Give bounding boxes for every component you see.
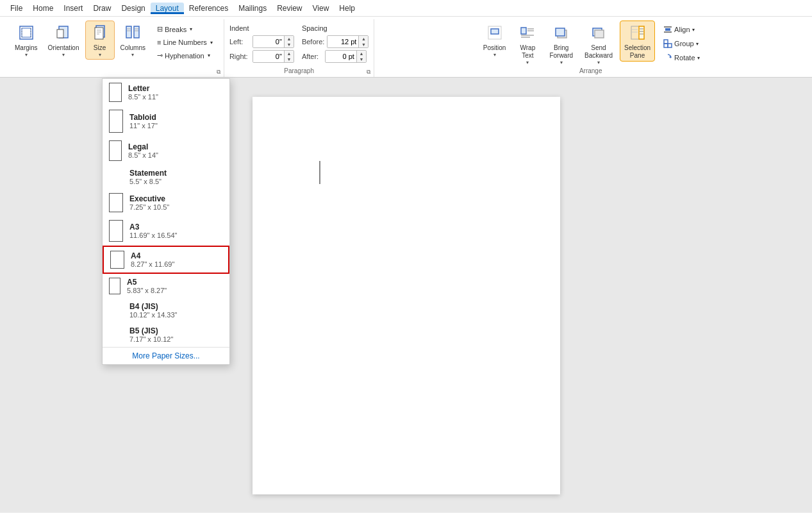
ribbon: Margins ▾ Orientation ▾ [0, 17, 812, 78]
menu-insert[interactable]: Insert [58, 3, 88, 14]
rotate-button[interactable]: Rotate ▾ [660, 51, 702, 64]
send-backward-label: SendBackward [584, 44, 613, 60]
page-setup-expand[interactable]: ⧉ [215, 68, 222, 76]
paragraph-expand[interactable]: ⧉ [365, 68, 372, 76]
selection-pane-button[interactable]: SelectionPane [620, 21, 655, 62]
b4jis-dims: 10.12" x 14.33" [129, 311, 177, 319]
size-statement[interactable]: Statement 5.5" x 8.5" [103, 165, 229, 189]
spacing-after-down[interactable]: ▼ [357, 56, 366, 62]
a3-icon [109, 220, 123, 242]
menu-mailings[interactable]: Mailings [233, 3, 272, 14]
page-setup-group: Margins ▾ Orientation ▾ [5, 19, 224, 77]
letter-dims: 8.5" x 11" [128, 93, 158, 101]
wrap-text-label: WrapText [520, 44, 536, 60]
spacing-after-field[interactable]: ▲ ▼ [325, 50, 367, 63]
a3-name: A3 [129, 223, 177, 231]
size-a3[interactable]: A3 11.69" x 16.54" [103, 216, 229, 246]
line-numbers-arrow: ▾ [210, 40, 213, 46]
spacing-before-field[interactable]: ▲ ▼ [327, 35, 369, 48]
breaks-button[interactable]: ⊟ Breaks ▾ [154, 23, 216, 35]
size-b4jis[interactable]: B4 (JIS) 10.12" x 14.33" [103, 298, 229, 323]
columns-button[interactable]: Columns ▾ [116, 21, 150, 60]
size-legal[interactable]: Legal 8.5" x 14" [103, 137, 229, 165]
spacing-label: Spacing [302, 24, 369, 32]
indent-right-down[interactable]: ▼ [285, 56, 294, 62]
a4-icon [110, 251, 124, 269]
indent-left-field[interactable]: ▲ ▼ [253, 35, 294, 48]
more-paper-sizes[interactable]: More Paper Sizes... [103, 347, 229, 364]
b5jis-dims: 7.17" x 10.12" [129, 335, 173, 343]
spacing-after-input[interactable] [326, 51, 356, 62]
size-letter[interactable]: Letter 8.5" x 11" [103, 79, 229, 106]
size-a5[interactable]: A5 5.83" x 8.27" [103, 274, 229, 298]
menubar: File Home Insert Draw Design Layout Refe… [0, 0, 812, 17]
menu-draw[interactable]: Draw [88, 3, 116, 14]
orientation-label: Orientation [48, 44, 79, 52]
bring-forward-arrow: ▾ [560, 60, 563, 65]
menu-file[interactable]: File [5, 3, 28, 14]
breaks-arrow: ▾ [190, 26, 192, 32]
arrange-group: Position ▾ WrapText [374, 19, 807, 77]
margins-button[interactable]: Margins ▾ [10, 21, 42, 60]
size-a4[interactable]: A4 8.27" x 11.69" [103, 246, 229, 274]
size-button[interactable]: Size ▾ [85, 21, 115, 60]
bring-forward-button[interactable]: BringForward ▾ [545, 21, 577, 67]
menu-layout[interactable]: Layout [151, 3, 184, 14]
align-button[interactable]: Align ▾ [660, 23, 702, 36]
spacing-after-label: After: [302, 53, 322, 60]
svg-rect-38 [664, 40, 668, 44]
group-button[interactable]: Group ▾ [660, 37, 702, 50]
hyphenation-arrow: ▾ [208, 53, 210, 58]
menu-view[interactable]: View [308, 3, 335, 14]
indent-right-up[interactable]: ▲ [285, 51, 294, 56]
svg-rect-7 [95, 28, 103, 39]
menu-help[interactable]: Help [334, 3, 360, 14]
svg-rect-19 [521, 28, 526, 34]
orientation-button[interactable]: Orientation ▾ [44, 21, 84, 60]
svg-rect-18 [491, 29, 499, 34]
margins-label: Margins [15, 44, 38, 52]
menu-references[interactable]: References [184, 3, 233, 14]
selection-pane-label: SelectionPane [624, 44, 650, 60]
align-icon [663, 25, 672, 34]
statement-name: Statement [129, 169, 167, 178]
menu-home[interactable]: Home [28, 3, 58, 14]
size-tabloid[interactable]: Tabloid 11" x 17" [103, 106, 229, 137]
hyphenation-button[interactable]: ⊸ Hyphenation ▾ [154, 49, 216, 62]
svg-rect-39 [668, 44, 672, 47]
paragraph-group-label: Paragraph [229, 67, 369, 76]
size-dropdown: Letter 8.5" x 11" Tabloid 11" x 17" Lega… [102, 78, 230, 365]
indent-left-input[interactable] [253, 36, 284, 47]
columns-icon [122, 22, 143, 43]
indent-label: Indent [229, 24, 294, 32]
bring-forward-icon [551, 22, 572, 43]
menu-design[interactable]: Design [116, 3, 150, 14]
margins-icon [16, 22, 37, 43]
spacing-before-down[interactable]: ▼ [359, 42, 368, 47]
wrap-text-arrow: ▾ [526, 60, 529, 65]
spacing-before-up[interactable]: ▲ [359, 36, 368, 42]
spacing-before-input[interactable] [327, 36, 358, 47]
line-numbers-button[interactable]: ≡ Line Numbers ▾ [154, 37, 216, 48]
indent-left-up[interactable]: ▲ [285, 36, 294, 42]
size-b5jis[interactable]: B5 (JIS) 7.17" x 10.12" [103, 323, 229, 347]
size-label: Size [94, 44, 106, 52]
position-button[interactable]: Position ▾ [479, 21, 511, 60]
a5-icon [109, 278, 120, 294]
tabloid-dims: 11" x 17" [129, 122, 158, 130]
indent-left-down[interactable]: ▼ [285, 42, 294, 47]
group-icon [663, 39, 672, 48]
menu-review[interactable]: Review [272, 3, 307, 14]
columns-arrow: ▾ [131, 52, 134, 58]
position-icon [485, 22, 505, 43]
indent-right-input[interactable] [253, 51, 284, 62]
statement-dims: 5.5" x 8.5" [129, 178, 167, 185]
wrap-text-button[interactable]: WrapText ▾ [513, 21, 542, 67]
orientation-icon [53, 22, 74, 43]
send-backward-button[interactable]: SendBackward ▾ [580, 21, 617, 67]
b5jis-name: B5 (JIS) [129, 326, 173, 335]
position-arrow: ▾ [493, 52, 496, 58]
spacing-after-up[interactable]: ▲ [357, 51, 366, 56]
size-executive[interactable]: Executive 7.25" x 10.5" [103, 189, 229, 216]
indent-right-field[interactable]: ▲ ▼ [253, 50, 294, 63]
